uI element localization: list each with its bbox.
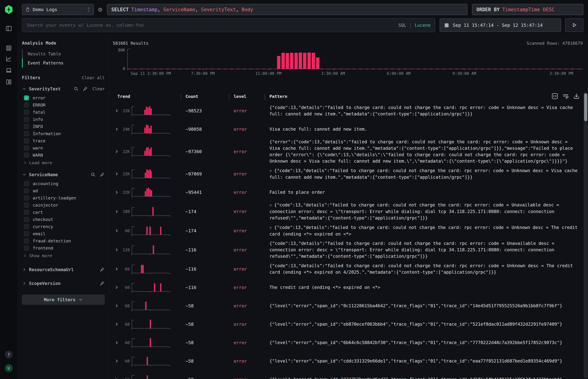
expand-row-icon[interactable] — [114, 340, 119, 345]
scrollbar-thumb[interactable] — [584, 93, 587, 121]
pattern-row[interactable]: 22K~98523error{"code":13,"details":"fail… — [109, 102, 582, 120]
filter-option-information[interactable]: Information — [22, 130, 105, 137]
chart-icon[interactable] — [5, 56, 12, 62]
filter-option-fraud-detection[interactable]: fraud-detection — [22, 237, 105, 244]
events-histogram[interactable]: 80K 0 Sep 11 3:30:00 PM7:30:00 PM11:00:0… — [127, 49, 583, 69]
order-by-input[interactable]: ORDER BY TimestampTime DESC — [472, 4, 583, 15]
filter-option-cart[interactable]: cart — [22, 209, 105, 216]
column-header-level[interactable]: level — [234, 94, 269, 99]
show-more-button[interactable]: Show more — [22, 253, 105, 259]
pin-icon[interactable] — [99, 281, 105, 286]
filter-option-accounting[interactable]: accounting — [22, 180, 105, 187]
search-icon[interactable] — [90, 172, 96, 177]
pattern-row[interactable]: 60~116errorThe credit card (ending <*> e… — [109, 278, 582, 297]
sidebar-toggle-icon[interactable] — [5, 25, 12, 32]
pattern-row[interactable]: 60~58error{"level":"error","span_id":"eb… — [109, 315, 582, 333]
analysis-mode-option-results-table[interactable]: Results Table — [22, 49, 105, 58]
chevron-down-icon[interactable] — [22, 86, 27, 91]
expand-row-icon[interactable] — [114, 127, 119, 132]
checkbox[interactable] — [24, 238, 29, 243]
filter-group-header[interactable]: ScopeVersion — [22, 280, 105, 286]
checkbox[interactable] — [24, 110, 29, 115]
dismiss-icon[interactable]: × — [269, 169, 272, 173]
checkbox[interactable] — [24, 217, 29, 222]
pattern-row[interactable]: 24K~98058errorVisa cache full: cannot ad… — [109, 120, 582, 138]
checkbox[interactable] — [24, 231, 29, 236]
pattern-row[interactable]: 60~58error{"level":"error","span_id":"0c… — [109, 297, 582, 315]
wrap-lines-icon[interactable] — [562, 93, 569, 99]
expand-row-icon[interactable] — [114, 359, 119, 363]
analysis-mode-option-event-patterns[interactable]: Event Patterns — [22, 58, 105, 67]
expand-row-icon[interactable] — [114, 267, 119, 271]
vertical-scrollbar[interactable] — [584, 92, 588, 379]
filter-option-error[interactable]: ERROR — [22, 101, 105, 109]
dismiss-icon[interactable]: × — [269, 203, 272, 207]
filter-option-info[interactable]: INFO — [22, 123, 105, 130]
expand-row-icon[interactable] — [114, 377, 119, 379]
pattern-row[interactable]: 60~58error{"level":"error","span_id":"6b… — [109, 333, 582, 352]
logs-icon[interactable] — [5, 45, 12, 51]
checkbox[interactable]: ✓ — [24, 95, 29, 100]
expand-row-icon[interactable] — [114, 322, 119, 327]
filter-option-frontend[interactable]: frontend — [22, 244, 105, 252]
expand-row-icon[interactable] — [114, 247, 119, 252]
checkbox[interactable] — [24, 124, 29, 129]
pin-icon[interactable] — [99, 267, 105, 272]
filter-option-ad[interactable]: ad — [22, 187, 105, 194]
search-input[interactable] — [27, 22, 398, 28]
pin-icon[interactable] — [99, 172, 105, 177]
column-header-trend[interactable]: Trend — [117, 94, 186, 99]
expand-row-icon[interactable] — [114, 171, 119, 176]
filter-option-cainjector[interactable]: cainjector — [22, 202, 105, 209]
avatar[interactable]: U — [5, 364, 13, 372]
checkbox[interactable] — [24, 131, 29, 136]
sessions-icon[interactable] — [5, 67, 12, 74]
pattern-row[interactable]: 120~116error{"code":13,"details":"failed… — [109, 240, 582, 260]
search-icon[interactable] — [74, 86, 79, 92]
pattern-row[interactable]: 180~174error×{"code":13,"details":"faile… — [109, 202, 582, 221]
mode-sql-toggle[interactable]: SQL — [398, 23, 406, 28]
download-icon[interactable] — [573, 93, 580, 99]
checkbox[interactable] — [24, 224, 29, 229]
dismiss-icon[interactable]: × — [269, 225, 272, 230]
expand-row-icon[interactable] — [114, 303, 119, 308]
chevron-right-icon[interactable] — [22, 267, 27, 272]
checkbox[interactable] — [24, 138, 29, 143]
help-button[interactable]: ? — [5, 351, 13, 359]
checkbox[interactable] — [24, 195, 29, 201]
checkbox[interactable] — [24, 117, 29, 122]
source-select[interactable]: Demo Logs — [22, 4, 94, 15]
clear-filter-button[interactable]: Clear — [93, 86, 105, 91]
column-header-pattern[interactable]: Pattern — [269, 94, 582, 99]
filter-option-artillery-loadgen[interactable]: artillery-loadgen — [22, 194, 105, 202]
pattern-row[interactable]: 60~174error×{"code":13,"details":"failed… — [109, 221, 582, 240]
chevron-down-icon[interactable] — [22, 172, 27, 177]
pattern-row[interactable]: 60~58error{"level":"error","span_id":"33… — [109, 370, 582, 379]
filter-option-checkout[interactable]: checkout — [22, 216, 105, 223]
pattern-row[interactable]: 22K~95441errorFailed to place order — [109, 183, 582, 202]
expand-row-icon[interactable] — [114, 209, 119, 214]
checkbox[interactable] — [24, 210, 29, 215]
filter-group-header[interactable]: SeverityTextClear — [22, 86, 105, 92]
checkbox[interactable] — [24, 246, 29, 251]
app-logo-icon[interactable] — [4, 5, 13, 14]
run-query-button[interactable] — [565, 18, 583, 32]
filter-option-warn[interactable]: WARN — [22, 152, 105, 159]
more-filters-button[interactable]: More filters — [22, 295, 105, 305]
pattern-row[interactable]: 22K~97069error×{"code":13,"details":"fai… — [109, 165, 582, 183]
load-more-button[interactable]: Load more — [22, 159, 105, 166]
filter-option-error[interactable]: ✓error — [22, 94, 105, 101]
checkbox[interactable] — [24, 145, 29, 150]
gear-icon[interactable]: ⚙ — [97, 6, 104, 13]
checkbox[interactable] — [24, 181, 29, 186]
checkbox[interactable] — [24, 103, 29, 108]
expand-row-icon[interactable] — [114, 108, 119, 113]
expand-row-icon[interactable] — [114, 149, 119, 154]
pin-icon[interactable] — [82, 86, 88, 92]
dashboards-icon[interactable] — [5, 79, 12, 85]
checkbox[interactable] — [24, 153, 29, 158]
filter-group-header[interactable]: ServiceName — [22, 172, 105, 178]
expand-row-icon[interactable] — [114, 228, 119, 233]
select-query-input[interactable]: SELECTTimestamp, ServiceName, SeverityTe… — [107, 4, 467, 15]
column-header-count[interactable]: Count — [186, 94, 234, 99]
